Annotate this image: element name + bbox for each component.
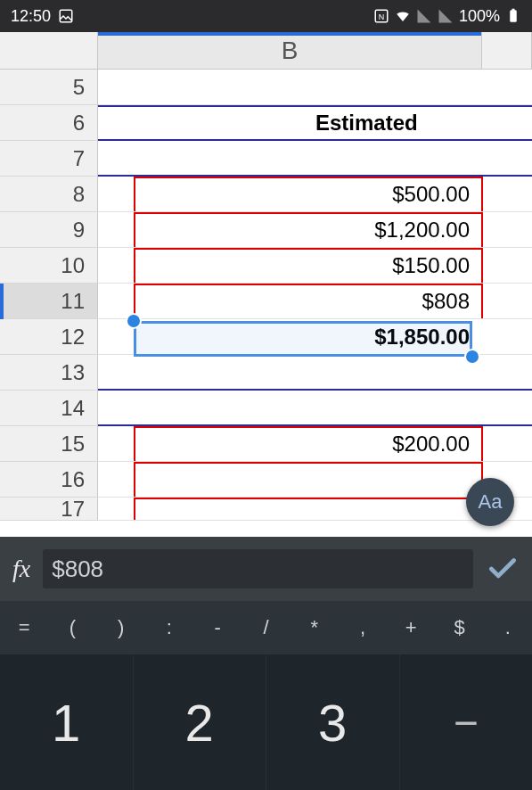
cell-b11-value: $808 [422,289,470,314]
sheet-corner[interactable] [0,32,98,69]
key-plus[interactable]: + [387,616,435,639]
key-colon[interactable]: : [145,616,193,639]
formula-bar: fx [0,537,532,601]
row-header-6[interactable]: 6 [0,105,98,141]
cell-b14[interactable] [98,391,532,426]
key-rparen[interactable]: ) [97,616,145,639]
row-header-17[interactable]: 17 [0,498,98,521]
key-period[interactable]: . [484,616,532,639]
key-star[interactable]: * [291,616,339,639]
status-time: 12:50 [11,7,51,26]
cell-b6[interactable]: Estimated [98,105,532,141]
svg-rect-3 [510,10,517,22]
key-slash[interactable]: / [241,616,290,639]
svg-text:N: N [379,12,385,21]
battery-percent: 100% [459,7,500,26]
wifi-icon [395,8,411,24]
key-dollar[interactable]: $ [435,616,483,639]
column-header-row: B [0,32,532,70]
formula-input[interactable] [43,549,473,588]
column-header-tail [482,32,532,69]
row-header-9[interactable]: 9 [0,212,98,248]
signal-off-icon-2 [438,8,454,24]
cell-b10-value: $150.00 [392,253,470,278]
cell-b8[interactable]: $500.00 [98,177,532,212]
spreadsheet[interactable]: B 5 6 Estimated 7 8 $500.00 9 $1,200.00 [0,32,532,537]
key-lparen[interactable]: ( [48,616,96,639]
battery-icon [505,8,521,24]
nfc-icon: N [373,8,389,24]
svg-rect-4 [512,9,515,11]
text-format-fab[interactable]: Aa [466,478,514,526]
row-header-16[interactable]: 16 [0,462,98,498]
row-header-5[interactable]: 5 [0,70,98,105]
cell-b9[interactable]: $1,200.00 [98,212,532,248]
fx-icon: fx [12,555,30,583]
key-comma[interactable]: , [339,616,387,639]
symbol-keyboard-row: = ( ) : - / * , + $ . [0,601,532,654]
numpad-2[interactable]: 2 [134,654,267,790]
cell-b15-value: $200.00 [392,432,470,457]
row-header-12[interactable]: 12 [0,319,98,355]
column-header-b[interactable]: B [98,32,482,69]
numpad-1[interactable]: 1 [0,654,134,790]
cell-b9-value: $1,200.00 [374,218,470,243]
row-header-10[interactable]: 10 [0,248,98,284]
cell-b10[interactable]: $150.00 [98,248,532,284]
numpad-3[interactable]: 3 [266,654,400,790]
signal-off-icon [416,8,432,24]
selection-handle-tl[interactable] [126,313,142,329]
key-minus[interactable]: - [193,616,241,639]
row-header-14[interactable]: 14 [0,391,98,426]
numpad-row: 1 2 3 − [0,654,532,790]
selection-handle-br[interactable] [464,349,480,365]
status-bar: 12:50 N 100% [0,0,532,32]
svg-rect-0 [60,10,72,22]
row-header-7[interactable]: 7 [0,141,98,177]
cell-b7[interactable] [98,141,532,177]
row-header-8[interactable]: 8 [0,177,98,212]
confirm-button[interactable] [486,552,520,586]
numpad-minus[interactable]: − [400,654,533,790]
grid[interactable]: 5 6 Estimated 7 8 $500.00 9 $1,200.00 10… [0,70,532,521]
cell-b8-value: $500.00 [392,182,470,207]
cell-b15[interactable]: $200.00 [98,426,532,462]
cell-b11[interactable]: $808 [98,284,532,319]
image-icon [58,8,74,24]
cell-b5[interactable] [98,70,532,105]
row-header-13[interactable]: 13 [0,355,98,391]
key-equals[interactable]: = [0,616,48,639]
row-header-15[interactable]: 15 [0,426,98,462]
row-header-11[interactable]: 11 [0,284,98,319]
